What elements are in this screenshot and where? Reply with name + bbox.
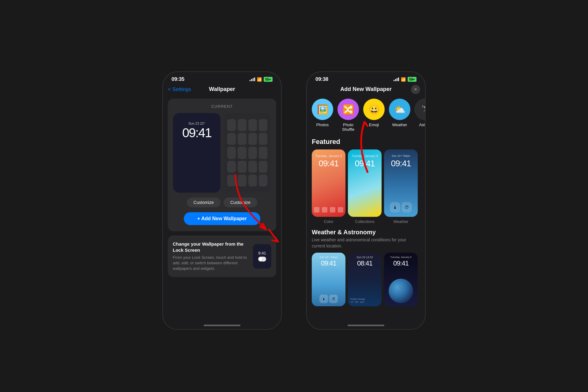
add-new-wallpaper-button[interactable]: + Add New Wallpaper <box>184 212 260 225</box>
featured-item-label: Color <box>324 219 333 224</box>
photos-icon: 🖼️ <box>317 104 328 115</box>
app-icon <box>248 161 257 173</box>
wallpaper-type-weather[interactable]: ⛅ Weather <box>389 99 410 132</box>
featured-section-title: Featured <box>307 137 425 149</box>
emoji-icon: 😀 <box>368 104 380 115</box>
wifi-icon: 📶 <box>257 77 262 82</box>
weather-globe-preview: Tuesday, January 9 09:41 <box>384 253 418 306</box>
astro-icon-circle: 🔭 <box>415 99 425 120</box>
sheet-title: Add New Wallpaper <box>340 86 391 92</box>
status-bar-phone2: 09:38 📶 59+ <box>307 72 425 85</box>
app-icon <box>248 133 257 145</box>
customize-buttons: Customize Customize <box>173 198 271 207</box>
weather-time: 09:41 <box>393 259 409 267</box>
weather-widgets: 🌡 ⏱ <box>386 202 415 213</box>
featured-item-label: Weather <box>394 219 409 224</box>
app-icon <box>227 119 236 131</box>
photos-label: Photos <box>316 123 329 127</box>
back-button[interactable]: < Settings <box>168 86 191 92</box>
weather-item-blue[interactable]: Sun 23 • Tokyo 09:41 🌡 ⏱ <box>312 253 345 306</box>
photo-shuffle-label: Photo Shuffle <box>337 123 359 132</box>
weather-date: Tuesday, January 9 <box>390 256 411 258</box>
featured-item-weather[interactable]: Sun 23 • Tokyo 09:41 🌡 ⏱ Weather <box>384 149 418 224</box>
change-wallpaper-card: Change your Wallpaper from the Lock Scre… <box>168 236 276 277</box>
wallpaper-previews: Sun 23 22° 09:41 <box>173 113 271 193</box>
page-title: Wallpaper <box>209 86 235 92</box>
toggle-switch[interactable] <box>258 257 266 262</box>
app-icon <box>248 175 257 187</box>
status-icons-phone2: 📶 59+ <box>394 77 417 82</box>
battery-indicator: 55+ <box>264 77 273 82</box>
weather-featured-preview: Sun 23 • Tokyo 09:41 🌡 ⏱ <box>384 149 418 217</box>
nav-header-phone1: < Settings Wallpaper <box>163 85 281 96</box>
wallpaper-card: CURRENT Sun 23 22° 09:41 <box>168 99 276 231</box>
add-wallpaper-section: + Add New Wallpaper <box>173 212 271 225</box>
weather-time: 08:41 <box>357 259 372 267</box>
weather-widget-icon: 🌡 <box>390 202 400 213</box>
app-icon <box>238 119 246 131</box>
current-label: CURRENT <box>173 104 271 109</box>
widget-icon <box>330 207 335 213</box>
wallpaper-type-emoji[interactable]: 😀 Emoji <box>363 99 385 132</box>
app-icon <box>259 119 267 131</box>
app-icon <box>227 147 236 159</box>
app-icon <box>259 147 267 159</box>
app-icon <box>238 133 246 145</box>
homescreen-preview[interactable] <box>224 113 271 193</box>
weather-info-text: Partly Cloudy 72° / 58° 42% <box>350 298 379 303</box>
status-time-phone1: 09:35 <box>172 76 184 82</box>
featured-item-color[interactable]: Tuesday, January 9 09:41 Color <box>312 149 345 224</box>
featured-item-collections[interactable]: Tuesday, January 9 09:41 Collections <box>348 149 382 224</box>
app-icon <box>227 161 236 173</box>
lockscreen-preview[interactable]: Sun 23 22° 09:41 <box>173 113 221 193</box>
customize-lockscreen-button[interactable]: Customize <box>187 198 221 207</box>
astro-label: Astro... <box>419 123 425 127</box>
preview-time: 09:41 <box>182 126 211 139</box>
photo-shuffle-icon: 🔀 <box>343 104 354 115</box>
featured-date: Sun 23 • Tokyo <box>392 154 410 157</box>
featured-time: 09:41 <box>391 159 411 168</box>
phone-settings-wallpaper: 09:35 📶 55+ < Settings Wallpaper CURRENT <box>162 71 282 330</box>
app-icon <box>259 161 267 173</box>
preview-time-small: 9:41 <box>258 251 266 255</box>
change-wallpaper-preview: 9:41 <box>253 244 271 269</box>
signal-icon <box>250 77 255 81</box>
wallpaper-type-astro[interactable]: 🔭 Astro... <box>415 99 425 132</box>
preview-date: Sun 23 22° <box>188 122 205 125</box>
customize-homescreen-button[interactable]: Customize <box>224 198 257 207</box>
wallpaper-type-photos[interactable]: 🖼️ Photos <box>312 99 333 132</box>
emoji-label: Emoji <box>369 123 379 127</box>
color-preview: Tuesday, January 9 09:41 <box>312 149 345 217</box>
featured-time: 09:41 <box>318 159 338 168</box>
astro-icon: 🔭 <box>421 105 425 113</box>
app-icon <box>248 147 257 159</box>
app-icon <box>248 119 257 131</box>
phone-add-wallpaper: 09:38 📶 59+ Add New Wallpaper × 🖼️ <box>306 71 426 330</box>
earth-globe-icon <box>389 279 413 303</box>
weather-icon: ⛅ <box>394 104 405 115</box>
app-icon <box>259 175 267 187</box>
status-icons-phone1: 📶 55+ <box>250 77 273 82</box>
weather-item-dark[interactable]: Sun 23 14:32 08:41 Partly Cloudy 72° / 5… <box>348 253 382 306</box>
weather-dark-preview: Sun 23 14:32 08:41 Partly Cloudy 72° / 5… <box>348 253 382 306</box>
weather-widget-icon2: ⏱ <box>401 202 412 213</box>
status-time-phone2: 09:38 <box>315 76 328 82</box>
wifi-icon: 📶 <box>401 77 406 82</box>
weather-blue-preview: Sun 23 • Tokyo 09:41 🌡 ⏱ <box>312 253 345 306</box>
weather-icon-circle: ⛅ <box>389 99 410 120</box>
app-icon <box>259 133 267 145</box>
featured-grid: Tuesday, January 9 09:41 Color Tuesday, … <box>307 149 425 226</box>
weather-date: Sun 23 14:32 <box>356 256 373 259</box>
wallpaper-type-photo-shuffle[interactable]: 🔀 Photo Shuffle <box>337 99 359 132</box>
change-wallpaper-text: Change your Wallpaper from the Lock Scre… <box>173 241 249 272</box>
change-wallpaper-title: Change your Wallpaper from the Lock Scre… <box>173 241 249 253</box>
app-icon <box>238 147 246 159</box>
close-button[interactable]: × <box>411 85 420 94</box>
app-icon <box>227 133 236 145</box>
featured-date: Tuesday, January 9 <box>315 154 342 158</box>
weather-label: Weather <box>392 123 407 127</box>
weather-time: 09:41 <box>321 259 336 267</box>
featured-date: Tuesday, January 9 <box>352 154 378 158</box>
temp-widget: 🌡 <box>319 295 328 303</box>
weather-item-globe[interactable]: Tuesday, January 9 09:41 <box>384 253 418 306</box>
